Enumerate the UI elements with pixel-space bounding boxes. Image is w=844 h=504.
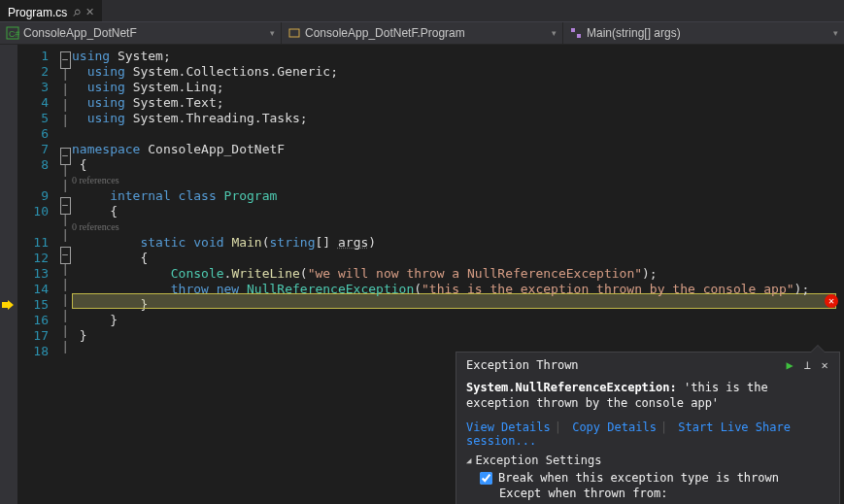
nav-project-dropdown[interactable]: C# ConsoleApp_DotNetF ▾: [0, 22, 281, 44]
breakpoint-gutter[interactable]: [0, 45, 17, 504]
nav-method-dropdown[interactable]: Main(string[] args) ▾: [562, 22, 844, 44]
nav-class-dropdown[interactable]: ConsoleApp_DotNetF.Program ▾: [281, 22, 562, 44]
chevron-down-icon: ▾: [552, 28, 557, 38]
code-editor[interactable]: 123456789101112131415161718 − ││││ − ││ …: [0, 45, 844, 504]
document-tab-bar: Program.cs ⚲ ✕: [0, 0, 844, 22]
copy-details-link[interactable]: Copy Details: [572, 420, 657, 434]
codelens-references[interactable]: 0 references: [72, 221, 119, 232]
nav-class-label: ConsoleApp_DotNetF.Program: [305, 26, 465, 40]
except-when-thrown-label: Except when thrown from:: [499, 487, 829, 500]
expander-triangle-icon: ◢: [466, 455, 471, 465]
exception-popup-title: Exception Thrown: [466, 358, 781, 372]
svg-rect-3: [571, 28, 575, 32]
nav-project-label: ConsoleApp_DotNetF: [23, 26, 137, 40]
method-icon: [569, 26, 583, 40]
continue-icon[interactable]: ▶: [781, 356, 798, 374]
navigation-bar: C# ConsoleApp_DotNetF ▾ ConsoleApp_DotNe…: [0, 22, 844, 45]
close-icon[interactable]: ✕: [85, 6, 94, 18]
tab-filename: Program.cs: [8, 6, 67, 19]
break-on-exception-input[interactable]: [480, 472, 492, 485]
pin-icon[interactable]: ⚲: [70, 6, 83, 18]
pin-icon[interactable]: ⟂: [798, 356, 816, 374]
chevron-down-icon: ▾: [833, 28, 838, 38]
csharp-project-icon: C#: [6, 26, 19, 40]
chevron-down-icon: ▾: [270, 28, 275, 38]
svg-rect-4: [577, 34, 581, 38]
codelens-references[interactable]: 0 references: [72, 175, 119, 185]
class-icon: [287, 26, 301, 40]
close-icon[interactable]: ✕: [816, 356, 833, 374]
view-details-link[interactable]: View Details: [466, 420, 551, 434]
current-statement-arrow-icon: [2, 297, 16, 313]
exception-message: System.NullReferenceException: 'this is …: [466, 380, 829, 411]
line-number-gutter: 123456789101112131415161718: [17, 45, 58, 504]
outlining-gutter[interactable]: − ││││ − ││ − ││ − ││││││: [58, 45, 72, 504]
nav-method-label: Main(string[] args): [587, 26, 681, 40]
exception-settings-expander[interactable]: ◢Exception Settings: [466, 454, 829, 467]
exception-popup: Exception Thrown ▶ ⟂ ✕ System.NullRefere…: [456, 352, 840, 504]
svg-text:C#: C#: [9, 29, 19, 39]
svg-rect-2: [289, 29, 299, 37]
document-tab-program-cs[interactable]: Program.cs ⚲ ✕: [0, 0, 102, 21]
break-on-exception-checkbox[interactable]: Break when this exception type is thrown: [480, 471, 829, 485]
